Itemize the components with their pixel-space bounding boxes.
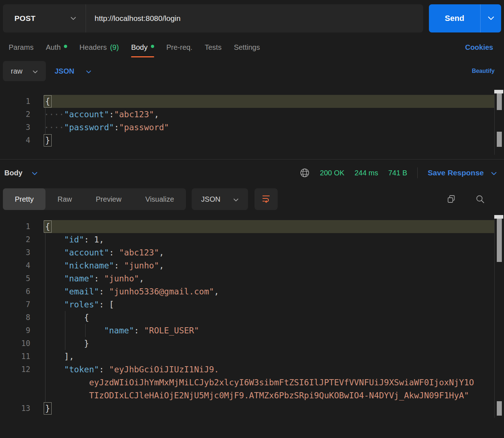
- tab-label: Headers: [79, 43, 107, 52]
- response-view-tab[interactable]: Preview: [84, 188, 133, 210]
- code-line[interactable]: 13}: [0, 402, 504, 415]
- code-token: "name": [104, 326, 134, 335]
- wrap-text-button[interactable]: [255, 188, 278, 210]
- scrollbar-thumb[interactable]: [497, 219, 502, 262]
- code-line[interactable]: 4 "nickname": "junho",: [0, 259, 504, 272]
- code-token: "name": [64, 274, 94, 283]
- code-token: [44, 326, 104, 335]
- code-token: [44, 274, 64, 283]
- line-number: 1: [0, 95, 44, 108]
- code-line[interactable]: 11 ],: [0, 350, 504, 363]
- line-number: 4: [0, 259, 44, 272]
- line-number: 9: [0, 324, 44, 337]
- body-type-row: raw JSON Beautify: [0, 60, 504, 81]
- scrollbar-annotation: [494, 90, 503, 93]
- chevron-down-icon: [32, 169, 38, 177]
- code-line[interactable]: 7 "roles": [: [0, 298, 504, 311]
- response-view-tab[interactable]: Raw: [45, 188, 84, 210]
- send-button[interactable]: Send: [429, 4, 501, 32]
- scrollbar-thumb[interactable]: [497, 93, 502, 110]
- save-response-button[interactable]: Save Response: [428, 168, 497, 177]
- code-line[interactable]: eyJzdWIiOiJhYmMxMjMiLCJyb2xlcyI6W3sibmFt…: [0, 376, 504, 389]
- code-token: ····: [44, 110, 64, 119]
- code-line[interactable]: TIzODIxLCJleHAiOjE2NjU5Mjc0MjF9.ATMZx6Pb…: [0, 389, 504, 402]
- request-tab[interactable]: Body: [131, 43, 154, 52]
- code-line[interactable]: 1{: [0, 95, 504, 108]
- response-view-tab[interactable]: Pretty: [3, 188, 45, 210]
- response-body-editor[interactable]: 1{2 "id": 1,3 "account": "abc123",4 "nic…: [0, 215, 504, 418]
- tab-status-dot: [64, 45, 67, 48]
- code-token: "junho": [104, 274, 139, 283]
- code-line[interactable]: 12 "token": "eyJhbGciOiJIUzI1NiJ9.: [0, 363, 504, 376]
- response-body-select[interactable]: Body: [4, 169, 38, 177]
- code-line[interactable]: 3····"password":"password": [0, 121, 504, 134]
- code-token: : [: [99, 300, 114, 309]
- response-time[interactable]: 244 ms: [355, 169, 378, 177]
- code-token: [44, 378, 89, 387]
- request-tab[interactable]: Settings: [234, 43, 260, 52]
- request-tab[interactable]: Pre-req.: [166, 43, 192, 52]
- code-token: [44, 261, 64, 270]
- copy-button[interactable]: [446, 194, 456, 204]
- code-line[interactable]: 1{: [0, 220, 504, 233]
- chevron-down-icon: [488, 15, 494, 22]
- method-label: POST: [14, 14, 35, 23]
- line-number: 3: [0, 121, 44, 134]
- code-token: [44, 391, 89, 400]
- code-token: [44, 313, 84, 322]
- tab-label: Settings: [234, 43, 260, 52]
- code-line[interactable]: 2····"account":"abc123",: [0, 108, 504, 121]
- code-token: ,: [154, 110, 159, 119]
- editor-scrollbar[interactable]: [494, 90, 504, 155]
- code-line[interactable]: 2 "id": 1,: [0, 233, 504, 246]
- code-token: ,: [159, 261, 164, 270]
- code-token: }: [44, 402, 52, 415]
- request-tabs: Params Auth Headers (9) Body Pre-req. Te…: [0, 32, 504, 60]
- code-token: "junho": [124, 261, 159, 270]
- send-label[interactable]: Send: [429, 4, 480, 32]
- request-tab[interactable]: Params: [9, 43, 34, 52]
- code-token: }: [84, 339, 89, 348]
- response-format-select[interactable]: JSON: [192, 188, 248, 210]
- response-body-label: Body: [4, 169, 22, 177]
- line-number: [0, 389, 44, 402]
- code-line[interactable]: 3 "account": "abc123",: [0, 246, 504, 259]
- response-size[interactable]: 741 B: [388, 169, 407, 177]
- request-body-editor[interactable]: 1{2····"account":"abc123",3····"password…: [0, 90, 504, 155]
- body-type-select[interactable]: raw: [3, 61, 46, 81]
- url-input[interactable]: http://localhost:8080/login: [86, 4, 423, 32]
- status-badge[interactable]: 200 OK: [320, 169, 344, 177]
- code-token: :: [109, 110, 114, 119]
- code-token: "id": [64, 235, 84, 244]
- code-line[interactable]: 5 "name": "junho",: [0, 272, 504, 285]
- code-token: ],: [64, 352, 74, 361]
- code-line[interactable]: 9 "name": "ROLE_USER": [0, 324, 504, 337]
- code-token: [44, 235, 64, 244]
- request-tab[interactable]: Auth: [46, 43, 67, 52]
- search-icon[interactable]: [475, 194, 485, 204]
- editor-scrollbar[interactable]: [494, 215, 504, 418]
- code-line[interactable]: 8 {: [0, 311, 504, 324]
- code-token: "eyJhbGciOiJIUzI1NiJ9.: [109, 365, 219, 374]
- code-line[interactable]: 10 }: [0, 337, 504, 350]
- request-url-row: POST http://localhost:8080/login Send: [0, 0, 504, 32]
- cookies-link[interactable]: Cookies: [465, 43, 493, 52]
- line-number: [0, 376, 44, 389]
- chevron-down-icon: [32, 67, 38, 75]
- code-token: ,: [214, 287, 219, 296]
- method-select[interactable]: POST: [3, 4, 86, 32]
- code-token: ····: [44, 123, 64, 132]
- chevron-down-icon: [86, 67, 91, 75]
- line-number: 8: [0, 311, 44, 324]
- request-tab[interactable]: Tests: [205, 43, 222, 52]
- code-line[interactable]: 6 "email": "junho5336@gmail.com",: [0, 285, 504, 298]
- request-tab[interactable]: Headers (9): [79, 43, 119, 52]
- code-token: "roles": [64, 300, 99, 309]
- body-format-select[interactable]: JSON: [55, 67, 91, 75]
- response-view-tab[interactable]: Visualize: [133, 188, 186, 210]
- code-token: "abc123": [114, 110, 154, 119]
- code-line[interactable]: 4}: [0, 134, 504, 147]
- beautify-link[interactable]: Beautify: [472, 68, 495, 74]
- send-options-caret[interactable]: [480, 4, 501, 32]
- response-toolbar: Pretty Raw Preview Visualize JSON: [0, 186, 504, 210]
